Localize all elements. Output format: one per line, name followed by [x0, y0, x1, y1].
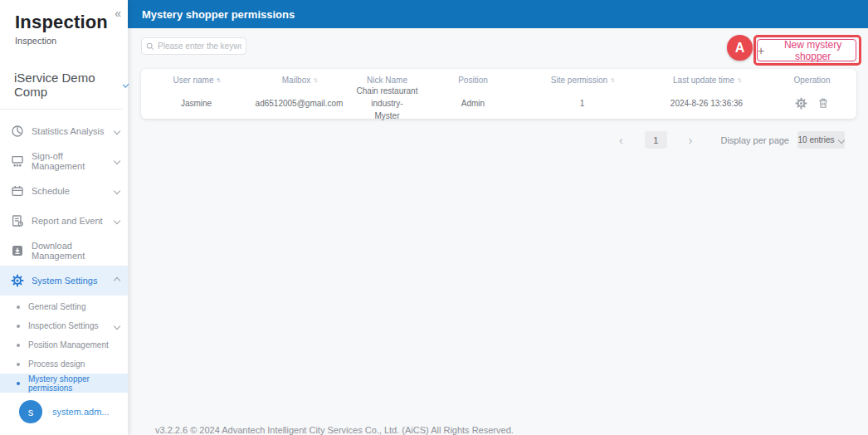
app-subtitle: Inspection: [15, 36, 128, 46]
sort-icon: ↑↓: [737, 76, 740, 84]
brand: Inspection Inspection: [0, 0, 128, 46]
next-page-icon[interactable]: ›: [684, 134, 698, 147]
delete-button[interactable]: [817, 97, 829, 109]
chevron-up-icon: [114, 277, 120, 284]
subitem-position-management[interactable]: Position Management: [0, 335, 128, 354]
new-mystery-shopper-label: New mystery shopper: [770, 39, 856, 62]
cell-user-name: Jasmine: [141, 97, 251, 110]
bullet-icon: [17, 305, 20, 309]
divider: [0, 109, 123, 110]
footer-copyright: v3.2.2.6 © 2024 Advantech Intelligent Ci…: [155, 425, 514, 435]
sort-icon: ↑↓: [610, 76, 613, 84]
subitem-label: General Setting: [28, 302, 119, 311]
chevron-down-icon: [838, 136, 845, 143]
sidebar-item-system-settings[interactable]: System Settings: [0, 266, 128, 296]
pagination: ‹ 1 › Display per page 10 entries: [614, 131, 845, 149]
sidebar-item-report-and-event[interactable]: Report and Event: [0, 206, 128, 236]
sidebar-item-label: Report and Event: [32, 216, 115, 226]
pie-chart-icon: [10, 125, 24, 139]
sidebar-item-schedule[interactable]: Schedule: [0, 176, 128, 206]
search-input[interactable]: [158, 42, 241, 51]
bullet-icon: [17, 382, 20, 385]
annotation-marker-a: A: [727, 35, 753, 61]
subitem-process-design[interactable]: Process design: [0, 354, 128, 374]
report-document-icon: [10, 214, 24, 228]
column-header-mailbox[interactable]: Mailbox ↑↓: [251, 76, 347, 85]
subitem-label: Position Management: [28, 340, 119, 349]
sidebar-item-label: System Settings: [32, 276, 115, 286]
subitem-inspection-settings[interactable]: Inspection Settings: [0, 316, 128, 335]
cell-mailbox: ad6512005@gmail.com: [251, 97, 347, 110]
sidebar-collapse-icon[interactable]: «: [111, 5, 124, 22]
sidebar-item-label: Sign-off Management: [32, 151, 115, 171]
previous-page-icon[interactable]: ‹: [614, 134, 628, 147]
sidebar-item-statistics-analysis[interactable]: Statistics Analysis: [0, 116, 128, 146]
user-name: system.adm...: [52, 407, 109, 417]
sidebar-item-label: Statistics Analysis: [32, 126, 115, 136]
table-row: Jasmine ad6512005@gmail.com Chain restau…: [141, 89, 856, 117]
display-per-page-label: Display per page: [720, 135, 789, 145]
subitem-label: Mystery shopper permissions: [28, 374, 119, 393]
sidebar-item-label: Schedule: [32, 186, 115, 196]
download-icon: [10, 244, 24, 258]
bullet-icon: [17, 344, 20, 347]
sidebar: « Inspection Inspection iService Demo Co…: [0, 0, 128, 435]
subitem-mystery-shopper-permissions[interactable]: Mystery shopper permissions: [0, 374, 128, 393]
bullet-icon: [17, 363, 20, 366]
cell-nick-name: Chain restaurant industry- Myster: [347, 85, 427, 122]
new-mystery-shopper-button[interactable]: + New mystery shopper: [757, 39, 856, 61]
subitem-label: Process design: [28, 359, 119, 369]
entries-per-page-dropdown[interactable]: 10 entries: [797, 131, 845, 149]
company-name: iService Demo Comp: [14, 71, 119, 99]
sidebar-item-download-management[interactable]: Download Management: [0, 236, 128, 266]
search-icon: [146, 42, 154, 51]
column-header-last-update-time[interactable]: Last update time ↑↓: [646, 76, 768, 85]
table-card: User name ↑↓ Mailbox ↑↓ Nick Name Positi…: [141, 69, 856, 119]
system-settings-submenu: General Setting Inspection Settings Posi…: [0, 297, 128, 393]
column-header-user-name[interactable]: User name ↑↓: [141, 76, 251, 85]
chevron-down-icon: [114, 188, 120, 194]
column-header-site-permission[interactable]: Site permission ↑↓: [519, 76, 646, 85]
cell-position: Admin: [427, 97, 519, 110]
topbar: Mystery shopper permissions: [128, 0, 868, 28]
search-box: [141, 37, 246, 55]
chevron-down-icon: [114, 322, 120, 329]
column-header-position: Position: [427, 76, 519, 85]
sidebar-item-signoff-management[interactable]: Sign-off Management: [0, 146, 128, 176]
chevron-down-icon: [114, 128, 120, 134]
user-account[interactable]: s system.adm...: [0, 395, 128, 428]
page-title: Mystery shopper permissions: [142, 8, 295, 21]
page-number[interactable]: 1: [645, 131, 667, 149]
bullet-icon: [17, 325, 20, 328]
gear-icon: [795, 97, 807, 110]
monitor-icon: [10, 154, 24, 169]
cell-operation: [768, 97, 856, 110]
table-header: User name ↑↓ Mailbox ↑↓ Nick Name Positi…: [141, 71, 856, 89]
page: « Inspection Inspection iService Demo Co…: [0, 0, 868, 435]
main-content: A + New mystery shopper User name ↑↓ Mai…: [128, 28, 868, 435]
calendar-icon: [10, 184, 24, 198]
sort-icon: ↑↓: [216, 76, 219, 84]
sidebar-menu: Statistics Analysis Sign-off Management: [0, 116, 128, 296]
settings-gear-button[interactable]: [795, 97, 807, 110]
cell-site-permission: 1: [519, 97, 646, 110]
avatar: s: [19, 400, 42, 423]
subitem-label: Inspection Settings: [28, 321, 115, 330]
column-header-operation: Operation: [768, 76, 856, 85]
chevron-down-icon: [114, 158, 120, 164]
trash-icon: [817, 97, 829, 109]
subitem-general-setting[interactable]: General Setting: [0, 297, 128, 316]
cell-last-update-time: 2024-8-26 13:36:36: [646, 97, 768, 110]
sidebar-item-label: Download Management: [32, 241, 119, 261]
company-selector[interactable]: iService Demo Comp: [0, 71, 128, 99]
column-header-nick-name: Nick Name: [347, 76, 427, 85]
gear-icon: [10, 274, 24, 288]
chevron-down-icon: [114, 218, 120, 224]
plus-icon: +: [758, 44, 764, 57]
sort-icon: ↑↓: [313, 76, 316, 84]
